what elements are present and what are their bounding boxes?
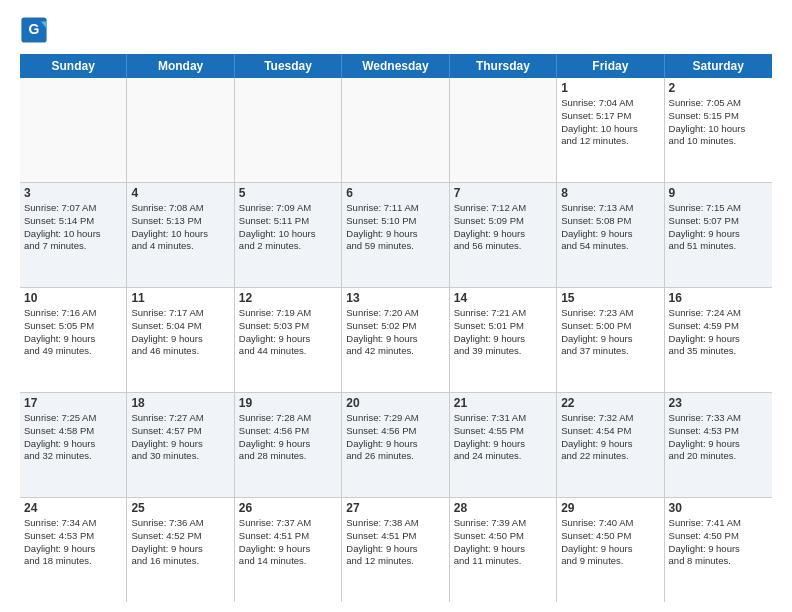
empty-cell <box>235 78 342 182</box>
cell-info: Sunrise: 7:34 AMSunset: 4:53 PMDaylight:… <box>24 517 122 568</box>
day-cell-9: 9Sunrise: 7:15 AMSunset: 5:07 PMDaylight… <box>665 183 772 287</box>
day-cell-2: 2Sunrise: 7:05 AMSunset: 5:15 PMDaylight… <box>665 78 772 182</box>
day-cell-5: 5Sunrise: 7:09 AMSunset: 5:11 PMDaylight… <box>235 183 342 287</box>
cell-info: Sunrise: 7:25 AMSunset: 4:58 PMDaylight:… <box>24 412 122 463</box>
cell-info: Sunrise: 7:38 AMSunset: 4:51 PMDaylight:… <box>346 517 444 568</box>
day-number: 3 <box>24 186 122 200</box>
day-cell-12: 12Sunrise: 7:19 AMSunset: 5:03 PMDayligh… <box>235 288 342 392</box>
day-cell-1: 1Sunrise: 7:04 AMSunset: 5:17 PMDaylight… <box>557 78 664 182</box>
day-cell-15: 15Sunrise: 7:23 AMSunset: 5:00 PMDayligh… <box>557 288 664 392</box>
calendar-header: SundayMondayTuesdayWednesdayThursdayFrid… <box>20 54 772 78</box>
day-cell-21: 21Sunrise: 7:31 AMSunset: 4:55 PMDayligh… <box>450 393 557 497</box>
calendar-body: 1Sunrise: 7:04 AMSunset: 5:17 PMDaylight… <box>20 78 772 602</box>
day-cell-7: 7Sunrise: 7:12 AMSunset: 5:09 PMDaylight… <box>450 183 557 287</box>
cell-info: Sunrise: 7:16 AMSunset: 5:05 PMDaylight:… <box>24 307 122 358</box>
cell-info: Sunrise: 7:08 AMSunset: 5:13 PMDaylight:… <box>131 202 229 253</box>
day-number: 16 <box>669 291 768 305</box>
cell-info: Sunrise: 7:19 AMSunset: 5:03 PMDaylight:… <box>239 307 337 358</box>
cell-info: Sunrise: 7:32 AMSunset: 4:54 PMDaylight:… <box>561 412 659 463</box>
day-cell-25: 25Sunrise: 7:36 AMSunset: 4:52 PMDayligh… <box>127 498 234 602</box>
day-cell-13: 13Sunrise: 7:20 AMSunset: 5:02 PMDayligh… <box>342 288 449 392</box>
calendar-row-0: 1Sunrise: 7:04 AMSunset: 5:17 PMDaylight… <box>20 78 772 183</box>
empty-cell <box>342 78 449 182</box>
cell-info: Sunrise: 7:05 AMSunset: 5:15 PMDaylight:… <box>669 97 768 148</box>
day-cell-23: 23Sunrise: 7:33 AMSunset: 4:53 PMDayligh… <box>665 393 772 497</box>
day-cell-6: 6Sunrise: 7:11 AMSunset: 5:10 PMDaylight… <box>342 183 449 287</box>
calendar-row-2: 10Sunrise: 7:16 AMSunset: 5:05 PMDayligh… <box>20 288 772 393</box>
calendar-row-1: 3Sunrise: 7:07 AMSunset: 5:14 PMDaylight… <box>20 183 772 288</box>
day-number: 17 <box>24 396 122 410</box>
day-cell-22: 22Sunrise: 7:32 AMSunset: 4:54 PMDayligh… <box>557 393 664 497</box>
day-cell-27: 27Sunrise: 7:38 AMSunset: 4:51 PMDayligh… <box>342 498 449 602</box>
day-number: 27 <box>346 501 444 515</box>
svg-text:G: G <box>29 21 40 37</box>
cell-info: Sunrise: 7:09 AMSunset: 5:11 PMDaylight:… <box>239 202 337 253</box>
header: G <box>20 16 772 44</box>
cell-info: Sunrise: 7:07 AMSunset: 5:14 PMDaylight:… <box>24 202 122 253</box>
cell-info: Sunrise: 7:27 AMSunset: 4:57 PMDaylight:… <box>131 412 229 463</box>
weekday-header-tuesday: Tuesday <box>235 54 342 78</box>
cell-info: Sunrise: 7:20 AMSunset: 5:02 PMDaylight:… <box>346 307 444 358</box>
day-cell-4: 4Sunrise: 7:08 AMSunset: 5:13 PMDaylight… <box>127 183 234 287</box>
day-number: 2 <box>669 81 768 95</box>
cell-info: Sunrise: 7:33 AMSunset: 4:53 PMDaylight:… <box>669 412 768 463</box>
cell-info: Sunrise: 7:04 AMSunset: 5:17 PMDaylight:… <box>561 97 659 148</box>
logo-icon: G <box>20 16 48 44</box>
weekday-header-thursday: Thursday <box>450 54 557 78</box>
day-number: 28 <box>454 501 552 515</box>
weekday-header-friday: Friday <box>557 54 664 78</box>
day-cell-11: 11Sunrise: 7:17 AMSunset: 5:04 PMDayligh… <box>127 288 234 392</box>
logo: G <box>20 16 50 44</box>
day-number: 9 <box>669 186 768 200</box>
day-cell-17: 17Sunrise: 7:25 AMSunset: 4:58 PMDayligh… <box>20 393 127 497</box>
empty-cell <box>450 78 557 182</box>
cell-info: Sunrise: 7:36 AMSunset: 4:52 PMDaylight:… <box>131 517 229 568</box>
cell-info: Sunrise: 7:23 AMSunset: 5:00 PMDaylight:… <box>561 307 659 358</box>
day-cell-20: 20Sunrise: 7:29 AMSunset: 4:56 PMDayligh… <box>342 393 449 497</box>
day-number: 18 <box>131 396 229 410</box>
day-cell-19: 19Sunrise: 7:28 AMSunset: 4:56 PMDayligh… <box>235 393 342 497</box>
weekday-header-monday: Monday <box>127 54 234 78</box>
day-number: 20 <box>346 396 444 410</box>
day-cell-14: 14Sunrise: 7:21 AMSunset: 5:01 PMDayligh… <box>450 288 557 392</box>
cell-info: Sunrise: 7:17 AMSunset: 5:04 PMDaylight:… <box>131 307 229 358</box>
day-cell-10: 10Sunrise: 7:16 AMSunset: 5:05 PMDayligh… <box>20 288 127 392</box>
day-cell-26: 26Sunrise: 7:37 AMSunset: 4:51 PMDayligh… <box>235 498 342 602</box>
day-cell-16: 16Sunrise: 7:24 AMSunset: 4:59 PMDayligh… <box>665 288 772 392</box>
cell-info: Sunrise: 7:37 AMSunset: 4:51 PMDaylight:… <box>239 517 337 568</box>
day-number: 5 <box>239 186 337 200</box>
day-number: 7 <box>454 186 552 200</box>
day-cell-28: 28Sunrise: 7:39 AMSunset: 4:50 PMDayligh… <box>450 498 557 602</box>
day-number: 24 <box>24 501 122 515</box>
day-cell-24: 24Sunrise: 7:34 AMSunset: 4:53 PMDayligh… <box>20 498 127 602</box>
day-number: 26 <box>239 501 337 515</box>
cell-info: Sunrise: 7:28 AMSunset: 4:56 PMDaylight:… <box>239 412 337 463</box>
calendar: SundayMondayTuesdayWednesdayThursdayFrid… <box>20 54 772 602</box>
day-number: 4 <box>131 186 229 200</box>
day-number: 29 <box>561 501 659 515</box>
calendar-row-3: 17Sunrise: 7:25 AMSunset: 4:58 PMDayligh… <box>20 393 772 498</box>
cell-info: Sunrise: 7:15 AMSunset: 5:07 PMDaylight:… <box>669 202 768 253</box>
day-cell-8: 8Sunrise: 7:13 AMSunset: 5:08 PMDaylight… <box>557 183 664 287</box>
cell-info: Sunrise: 7:31 AMSunset: 4:55 PMDaylight:… <box>454 412 552 463</box>
day-number: 30 <box>669 501 768 515</box>
weekday-header-saturday: Saturday <box>665 54 772 78</box>
calendar-row-4: 24Sunrise: 7:34 AMSunset: 4:53 PMDayligh… <box>20 498 772 602</box>
day-number: 22 <box>561 396 659 410</box>
cell-info: Sunrise: 7:24 AMSunset: 4:59 PMDaylight:… <box>669 307 768 358</box>
cell-info: Sunrise: 7:39 AMSunset: 4:50 PMDaylight:… <box>454 517 552 568</box>
cell-info: Sunrise: 7:13 AMSunset: 5:08 PMDaylight:… <box>561 202 659 253</box>
day-number: 11 <box>131 291 229 305</box>
cell-info: Sunrise: 7:41 AMSunset: 4:50 PMDaylight:… <box>669 517 768 568</box>
day-number: 14 <box>454 291 552 305</box>
cell-info: Sunrise: 7:11 AMSunset: 5:10 PMDaylight:… <box>346 202 444 253</box>
cell-info: Sunrise: 7:12 AMSunset: 5:09 PMDaylight:… <box>454 202 552 253</box>
day-number: 15 <box>561 291 659 305</box>
cell-info: Sunrise: 7:40 AMSunset: 4:50 PMDaylight:… <box>561 517 659 568</box>
day-number: 10 <box>24 291 122 305</box>
day-number: 1 <box>561 81 659 95</box>
day-number: 6 <box>346 186 444 200</box>
weekday-header-sunday: Sunday <box>20 54 127 78</box>
day-number: 13 <box>346 291 444 305</box>
day-number: 25 <box>131 501 229 515</box>
